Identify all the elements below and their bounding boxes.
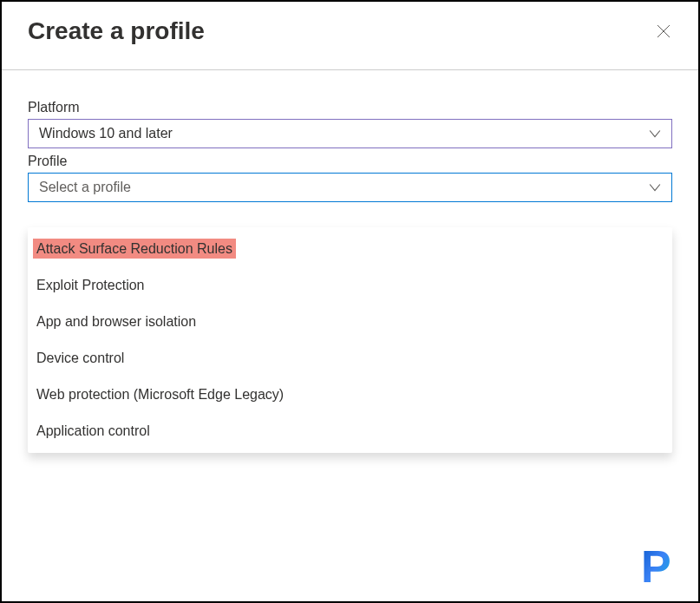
- dialog-header: Create a profile: [2, 2, 698, 70]
- dropdown-item[interactable]: Web protection (Microsoft Edge Legacy): [28, 377, 672, 413]
- chevron-down-icon: [649, 181, 661, 193]
- svg-text:P: P: [641, 541, 671, 592]
- dialog-content: Platform Windows 10 and later Profile Se…: [2, 70, 698, 225]
- chevron-down-icon: [649, 128, 661, 140]
- brand-logo: P: [634, 539, 690, 594]
- dropdown-item[interactable]: App and browser isolation: [28, 304, 672, 340]
- dropdown-item[interactable]: Device control: [28, 340, 672, 377]
- close-button[interactable]: [655, 23, 672, 40]
- profile-label: Profile: [28, 154, 672, 169]
- platform-label: Platform: [28, 100, 672, 115]
- platform-select[interactable]: Windows 10 and later: [28, 119, 672, 148]
- profile-dropdown: Attack Surface Reduction Rules Exploit P…: [28, 227, 672, 453]
- profile-placeholder: Select a profile: [39, 180, 131, 195]
- dropdown-item[interactable]: Application control: [28, 413, 672, 449]
- profile-select[interactable]: Select a profile: [28, 173, 672, 202]
- dropdown-item[interactable]: Exploit Protection: [28, 267, 672, 304]
- dropdown-item[interactable]: Attack Surface Reduction Rules: [28, 231, 672, 267]
- close-icon: [657, 24, 671, 38]
- dialog-title: Create a profile: [28, 17, 205, 45]
- platform-value: Windows 10 and later: [39, 126, 173, 141]
